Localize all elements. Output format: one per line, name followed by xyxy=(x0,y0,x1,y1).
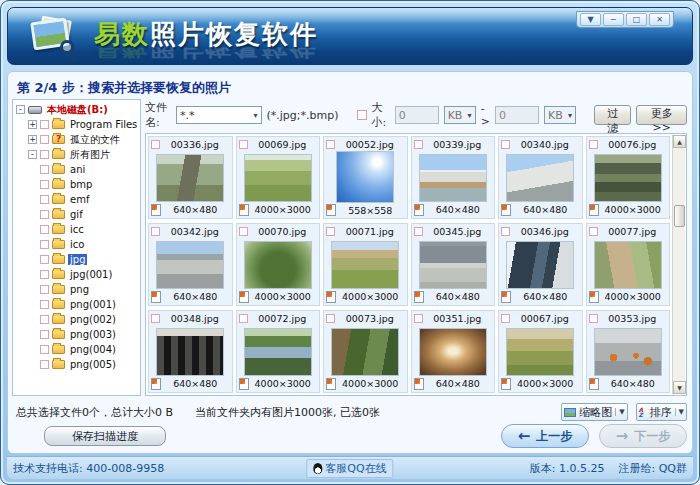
photo-cell[interactable]: 00069.jpg4000×3000 xyxy=(236,136,321,219)
tree-checkbox[interactable] xyxy=(40,135,49,144)
photo-checkbox[interactable] xyxy=(239,314,248,323)
tree-checkbox[interactable] xyxy=(40,240,49,249)
photo-checkbox[interactable] xyxy=(501,140,510,149)
photo-checkbox[interactable] xyxy=(239,227,248,236)
photo-cell[interactable]: 00076.jpg4000×3000 xyxy=(586,136,671,219)
tree-item-png(003)[interactable]: png(003) xyxy=(13,327,140,342)
photo-thumbnail[interactable] xyxy=(594,328,662,376)
photo-thumbnail[interactable] xyxy=(506,241,574,289)
photo-checkbox[interactable] xyxy=(326,314,335,323)
photo-thumbnail[interactable] xyxy=(594,154,662,202)
photo-checkbox[interactable] xyxy=(414,227,423,236)
scrollbar-thumb[interactable] xyxy=(674,205,685,227)
tree-item-jpg(001)[interactable]: jpg(001) xyxy=(13,267,140,282)
photo-checkbox[interactable] xyxy=(326,227,335,236)
photo-thumbnail[interactable] xyxy=(336,151,394,203)
photo-cell[interactable]: 00353.jpg640×480 xyxy=(586,310,671,393)
photo-thumbnail[interactable] xyxy=(506,154,574,202)
photo-cell[interactable]: 00070.jpg4000×3000 xyxy=(236,223,321,306)
size-max-unit-select[interactable]: KB ▾ xyxy=(544,106,576,124)
filter-button[interactable]: 过滤 xyxy=(594,105,632,125)
close-button[interactable]: ✕ xyxy=(649,13,670,26)
prev-step-button[interactable]: ← 上一步 xyxy=(501,424,589,448)
tree-checkbox[interactable] xyxy=(40,120,49,129)
tree-item-本地磁盘(B:)[interactable]: -本地磁盘(B:) xyxy=(13,102,140,117)
tree-item-png(004)[interactable]: png(004) xyxy=(13,342,140,357)
next-step-button[interactable]: → 下一步 xyxy=(599,424,687,448)
tree-item-所有图片[interactable]: -所有图片 xyxy=(13,147,140,162)
size-min-unit-select[interactable]: KB ▾ xyxy=(444,106,476,124)
photo-cell[interactable]: 00340.jpg640×480 xyxy=(498,136,583,219)
photo-cell[interactable]: 00336.jpg640×480 xyxy=(148,136,233,219)
photo-cell[interactable]: 00342.jpg640×480 xyxy=(148,223,233,306)
view-mode-button[interactable]: 缩略图 ▼ xyxy=(561,403,627,421)
minimize-button[interactable]: ─ xyxy=(603,13,624,26)
photo-checkbox[interactable] xyxy=(151,227,160,236)
maximize-button[interactable]: □ xyxy=(626,13,647,26)
tree-checkbox[interactable] xyxy=(40,255,49,264)
photo-thumbnail[interactable] xyxy=(244,154,312,202)
expand-icon[interactable]: + xyxy=(28,120,37,129)
tree-checkbox[interactable] xyxy=(40,285,49,294)
size-max-input[interactable] xyxy=(495,106,539,124)
tree-item-png(001)[interactable]: png(001) xyxy=(13,297,140,312)
menu-button[interactable]: ▼ xyxy=(580,13,601,26)
qq-service-button[interactable]: 客服QQ在线 xyxy=(306,459,393,478)
photo-thumbnail[interactable] xyxy=(244,241,312,289)
tree-checkbox[interactable] xyxy=(40,195,49,204)
tree-checkbox[interactable] xyxy=(40,165,49,174)
vertical-scrollbar[interactable]: ▲ ▼ xyxy=(672,135,685,394)
photo-thumbnail[interactable] xyxy=(156,241,224,289)
photo-cell[interactable]: 00345.jpg640×480 xyxy=(411,223,496,306)
tree-item-icc[interactable]: icc xyxy=(13,222,140,237)
photo-checkbox[interactable] xyxy=(501,227,510,236)
photo-cell[interactable]: 00351.jpg640×480 xyxy=(411,310,496,393)
photo-cell[interactable]: 00348.jpg640×480 xyxy=(148,310,233,393)
photo-thumbnail[interactable] xyxy=(419,328,487,376)
tree-item-jpg[interactable]: jpg xyxy=(13,252,140,267)
tree-item-ico[interactable]: ico xyxy=(13,237,140,252)
photo-checkbox[interactable] xyxy=(501,314,510,323)
photo-checkbox[interactable] xyxy=(414,314,423,323)
photo-cell[interactable]: 00073.jpg4000×3000 xyxy=(323,310,408,393)
tree-checkbox[interactable] xyxy=(40,330,49,339)
tree-checkbox[interactable] xyxy=(40,180,49,189)
photo-cell[interactable]: 00052.jpg558×558 xyxy=(323,136,408,219)
photo-cell[interactable]: 00077.jpg4000×3000 xyxy=(586,223,671,306)
tree-checkbox[interactable] xyxy=(40,315,49,324)
tree-item-png(002)[interactable]: png(002) xyxy=(13,312,140,327)
photo-cell[interactable]: 00067.jpg4000×3000 xyxy=(498,310,583,393)
tree-item-gif[interactable]: gif xyxy=(13,207,140,222)
photo-thumbnail[interactable] xyxy=(594,241,662,289)
photo-checkbox[interactable] xyxy=(589,314,598,323)
expand-icon[interactable]: + xyxy=(28,135,37,144)
tree-checkbox[interactable] xyxy=(40,210,49,219)
photo-checkbox[interactable] xyxy=(151,314,160,323)
photo-thumbnail[interactable] xyxy=(419,154,487,202)
photo-checkbox[interactable] xyxy=(414,140,423,149)
tree-item-png(005)[interactable]: png(005) xyxy=(13,357,140,372)
photo-checkbox[interactable] xyxy=(326,140,335,149)
tree-checkbox[interactable] xyxy=(40,270,49,279)
tree-checkbox[interactable] xyxy=(40,300,49,309)
tree-item-png[interactable]: png xyxy=(13,282,140,297)
tree-checkbox[interactable] xyxy=(40,360,49,369)
photo-checkbox[interactable] xyxy=(589,140,598,149)
save-progress-button[interactable]: 保存扫描进度 xyxy=(44,426,166,446)
sort-button[interactable]: AZ 排序 ▼ xyxy=(636,403,687,421)
size-min-input[interactable] xyxy=(395,106,439,124)
photo-thumbnail[interactable] xyxy=(156,154,224,202)
photo-checkbox[interactable] xyxy=(589,227,598,236)
tree-item-孤立的文件[interactable]: +孤立的文件 xyxy=(13,132,140,147)
tree-item-bmp[interactable]: bmp xyxy=(13,177,140,192)
collapse-icon[interactable]: - xyxy=(16,105,25,114)
scroll-up-button[interactable]: ▲ xyxy=(673,135,686,148)
photo-checkbox[interactable] xyxy=(151,140,160,149)
photo-thumbnail[interactable] xyxy=(506,328,574,376)
filename-combobox[interactable]: *.* ▾ xyxy=(176,106,262,124)
tree-item-emf[interactable]: emf xyxy=(13,192,140,207)
tree-item-ani[interactable]: ani xyxy=(13,162,140,177)
photo-thumbnail[interactable] xyxy=(331,328,399,376)
photo-thumbnail[interactable] xyxy=(156,328,224,376)
photo-checkbox[interactable] xyxy=(239,140,248,149)
